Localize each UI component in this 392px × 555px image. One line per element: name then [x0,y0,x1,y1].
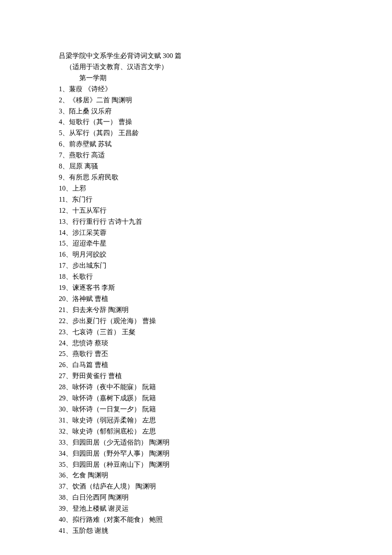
list-item: 33、归园田居（少无适俗韵） 陶渊明 [59,437,333,448]
list-item: 4、短歌行（其一） 曹操 [59,116,333,127]
list-item: 32、咏史诗（郁郁涧底松） 左思 [59,426,333,437]
list-item: 34、归园田居（野外罕人事） 陶渊明 [59,448,333,459]
list-item: 29、咏怀诗（嘉树下成蹊） 阮籍 [59,393,333,404]
list-item: 23、七哀诗（三首） 王粲 [59,327,333,338]
list-item: 31、咏史诗（弱冠弄柔翰） 左思 [59,415,333,426]
list-item: 41、玉阶怨 谢朓 [59,525,333,536]
list-item: 13、行行重行行 古诗十九首 [59,216,333,227]
list-item: 36、乞食 陶渊明 [59,470,333,481]
poem-list: 1、蒹葭 《诗经》2、《移居》二首 陶渊明3、陌上桑 汉乐府4、短歌行（其一） … [59,84,333,536]
list-item: 7、燕歌行 高适 [59,150,333,161]
list-item: 14、涉江采芙蓉 [59,227,333,238]
document-title: 吕梁学院中文系学生必背诗词文赋 300 篇 [59,50,333,61]
list-item: 30、咏怀诗（一日复一夕） 阮籍 [59,404,333,415]
document-page: 吕梁学院中文系学生必背诗词文赋 300 篇 （适用于语文教育、汉语言文学） 第一… [0,0,392,555]
list-item: 12、十五从军行 [59,205,333,216]
list-item: 5、从军行（其四） 王昌龄 [59,127,333,139]
list-item: 9、有所思 乐府民歌 [59,172,333,183]
list-item: 19、谏逐客书 李斯 [59,282,333,293]
list-item: 27、野田黄雀行 曹植 [59,370,333,382]
list-item: 26、白马篇 曹植 [59,359,333,370]
list-item: 39、登池上楼赋 谢灵运 [59,503,333,514]
list-item: 1、蒹葭 《诗经》 [59,84,333,95]
list-item: 22、步出夏门行（观沧海） 曹操 [59,315,333,327]
list-item: 10、上邪 [59,183,333,194]
list-item: 17、步出城东门 [59,260,333,271]
document-subtitle: （适用于语文教育、汉语言文学） [59,61,333,72]
list-item: 25、燕歌行 曹丕 [59,348,333,359]
list-item: 38、白日沦西阿 陶渊明 [59,492,333,503]
list-item: 37、饮酒（结庐在人境） 陶渊明 [59,481,333,492]
list-item: 8、屈原 离骚 [59,161,333,172]
list-item: 2、《移居》二首 陶渊明 [59,95,333,106]
list-item: 28、咏怀诗（夜中不能寐） 阮籍 [59,382,333,393]
list-item: 35、归园田居（种豆南山下） 陶渊明 [59,459,333,470]
list-item: 20、洛神赋 曹植 [59,293,333,304]
list-item: 3、陌上桑 汉乐府 [59,106,333,117]
semester-heading: 第一学期 [59,72,333,84]
list-item: 16、明月河皎皎 [59,249,333,260]
list-item: 40、拟行路难（对案不能食） 鲍照 [59,514,333,525]
list-item: 15、迢迢牵牛星 [59,238,333,249]
list-item: 24、悲愤诗 蔡琰 [59,338,333,349]
list-item: 18、长歌行 [59,271,333,282]
list-item: 21、归去来兮辞 陶渊明 [59,304,333,315]
list-item: 11、东门行 [59,194,333,205]
list-item: 6、前赤壁赋 苏轼 [59,139,333,150]
